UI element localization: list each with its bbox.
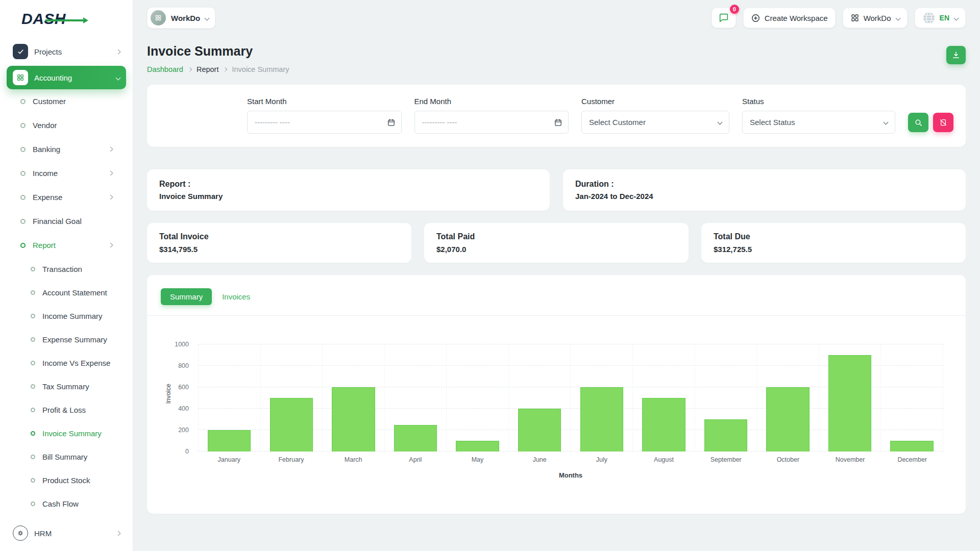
sidebar-item-customer[interactable]: Customer <box>7 89 126 113</box>
stat-value: $312,725.5 <box>714 245 953 254</box>
chart-slot-september <box>695 344 757 452</box>
chart-slot-may <box>447 344 509 452</box>
tab-invoices[interactable]: Invoices <box>221 288 251 305</box>
stat-card-total-due: Total Due$312,725.5 <box>701 223 966 263</box>
bar-july[interactable] <box>580 387 623 452</box>
report-info-row: Report : Invoice Summary Duration : Jan-… <box>147 169 966 211</box>
stat-label: Total Paid <box>436 232 676 241</box>
sidebar: DASH Projects Accounting CustomerVendorB… <box>0 0 133 551</box>
bar-may[interactable] <box>456 441 499 452</box>
sidebar-item-label: Banking <box>33 145 102 154</box>
sidebar-item-profit-loss[interactable]: Profit & Loss <box>7 398 126 421</box>
sidebar-item-transaction[interactable]: Transaction <box>7 257 126 281</box>
bullet-icon <box>20 219 26 224</box>
chevron-down-icon <box>884 120 889 125</box>
y-tick-label: 200 <box>178 427 189 434</box>
x-axis-ticks: JanuaryFebruaryMarchAprilMayJuneJulyAugu… <box>198 456 943 463</box>
sidebar-item-account-statement[interactable]: Account Statement <box>7 281 126 304</box>
stat-value: $2,070.0 <box>436 245 676 254</box>
calendar-icon[interactable] <box>554 118 562 127</box>
report-card-title: Report : <box>159 180 537 189</box>
create-workspace-button[interactable]: Create Workspace <box>743 8 836 28</box>
tab-summary[interactable]: Summary <box>161 288 212 305</box>
chevron-down-icon <box>116 75 121 80</box>
bar-january[interactable] <box>208 430 251 452</box>
sidebar-item-tax-summary[interactable]: Tax Summary <box>7 374 126 398</box>
reset-filter-button[interactable] <box>933 113 953 132</box>
download-report-button[interactable] <box>946 46 966 64</box>
sidebar-item-projects[interactable]: Projects <box>7 40 126 63</box>
sidebar-item-label: Expense <box>33 193 102 202</box>
sidebar-item-expense-summary[interactable]: Expense Summary <box>7 328 126 351</box>
sidebar-bottom: HRM <box>0 521 133 551</box>
plot-area: 02004006008001000 <box>198 344 943 452</box>
apply-filter-button[interactable] <box>908 113 928 132</box>
sidebar-item-hrm[interactable]: HRM <box>7 521 126 545</box>
bullet-icon <box>31 455 35 459</box>
sidebar-item-income[interactable]: Income <box>7 161 126 185</box>
search-icon <box>914 118 923 127</box>
chart-slot-july <box>571 344 633 452</box>
start-month-field: Start Month <box>247 97 402 134</box>
breadcrumb-item[interactable]: Report <box>197 65 219 73</box>
language-selector[interactable]: EN <box>915 8 966 28</box>
bar-august[interactable] <box>642 398 685 452</box>
bar-september[interactable] <box>704 419 747 452</box>
calendar-icon[interactable] <box>387 118 396 127</box>
sidebar-item-banking[interactable]: Banking <box>7 137 126 161</box>
x-axis-title: Months <box>198 471 943 479</box>
bar-december[interactable] <box>890 441 933 452</box>
sidebar-item-income-vs-expense[interactable]: Income Vs Expense <box>7 351 126 374</box>
chevron-right-icon <box>116 49 121 54</box>
sidebar-item-label: HRM <box>34 529 110 538</box>
start-month-input[interactable] <box>247 111 402 134</box>
x-tick-label: April <box>384 456 447 463</box>
customer-select[interactable]: Select Customer <box>581 111 729 134</box>
sidebar-item-bill-summary[interactable]: Bill Summary <box>7 445 126 468</box>
sidebar-item-cash-flow[interactable]: Cash Flow <box>7 492 126 515</box>
sidebar-item-invoice-summary[interactable]: Invoice Summary <box>7 421 126 445</box>
stat-label: Total Invoice <box>159 232 399 241</box>
chart-slot-june <box>509 344 571 452</box>
sidebar-item-label: Cash Flow <box>42 499 126 508</box>
sidebar-item-label: Income <box>33 169 102 178</box>
dash-logo[interactable]: DASH <box>0 0 133 36</box>
messages-button[interactable]: 0 <box>712 8 736 28</box>
sidebar-item-vendor[interactable]: Vendor <box>7 113 126 137</box>
customer-select-value: Select Customer <box>589 118 646 127</box>
bar-november[interactable] <box>828 355 871 452</box>
sidebar-item-expense[interactable]: Expense <box>7 185 126 209</box>
stat-card-total-paid: Total Paid$2,070.0 <box>424 223 689 263</box>
duration-card: Duration : Jan-2024 to Dec-2024 <box>563 169 966 211</box>
globe-icon <box>922 11 936 24</box>
x-tick-label: July <box>571 456 633 463</box>
sidebar-item-accounting[interactable]: Accounting <box>7 66 126 89</box>
y-tick-label: 600 <box>178 384 189 391</box>
sidebar-item-label: Transaction <box>42 265 126 273</box>
bullet-icon <box>20 195 26 200</box>
breadcrumb-item[interactable]: Dashboard <box>147 65 183 73</box>
sidebar-item-label: Tax Summary <box>42 382 126 391</box>
language-code: EN <box>940 14 949 22</box>
report-card-value: Invoice Summary <box>159 192 537 201</box>
end-month-input[interactable] <box>414 111 569 134</box>
sidebar-item-report[interactable]: Report <box>7 233 126 257</box>
status-select-value: Select Status <box>750 118 795 127</box>
bar-june[interactable] <box>518 409 561 452</box>
sidebar-item-income-summary[interactable]: Income Summary <box>7 304 126 328</box>
filter-actions <box>908 113 953 132</box>
bullet-icon <box>20 147 26 152</box>
bar-march[interactable] <box>332 387 375 452</box>
sidebar-item-label: Report <box>33 241 102 249</box>
app-switcher-label: WorkDo <box>864 14 891 22</box>
sidebar-item-product-stock[interactable]: Product Stock <box>7 468 126 492</box>
bar-february[interactable] <box>270 398 313 452</box>
bar-october[interactable] <box>766 387 809 452</box>
sidebar-item-financial-goal[interactable]: Financial Goal <box>7 209 126 233</box>
bar-series <box>198 344 943 452</box>
bar-april[interactable] <box>394 425 437 452</box>
workspace-switcher[interactable]: WorkDo <box>147 7 215 29</box>
status-select[interactable]: Select Status <box>742 111 895 134</box>
app-switcher-button[interactable]: WorkDo <box>843 8 908 28</box>
chevron-right-icon <box>108 243 113 248</box>
